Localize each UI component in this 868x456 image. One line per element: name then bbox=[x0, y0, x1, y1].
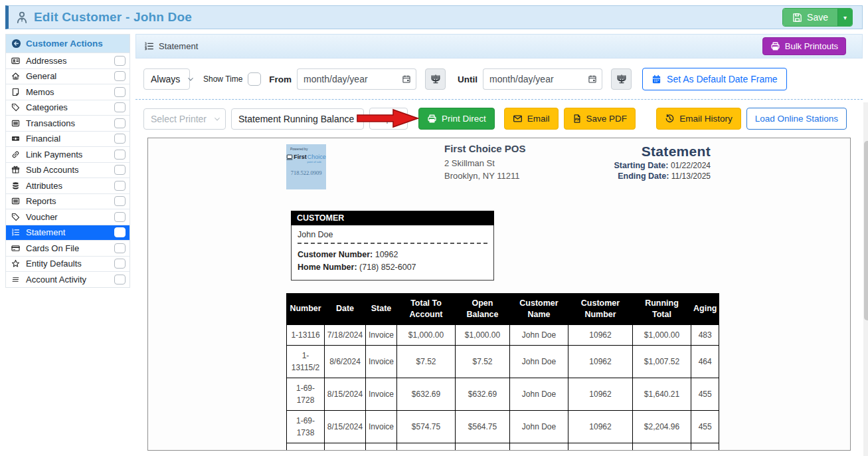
sidebar-item-checkbox[interactable] bbox=[114, 150, 126, 160]
sidebar-item-label: Attributes bbox=[26, 181, 110, 191]
sidebar-item-checkbox[interactable] bbox=[114, 56, 126, 66]
save-button-label: Save bbox=[807, 12, 828, 23]
table-cell: 8/15/2024 bbox=[325, 410, 366, 443]
table-cell: 455 bbox=[691, 443, 719, 451]
customer-actions-sidebar: Customer Actions AddressesGeneralMemosCa… bbox=[5, 34, 130, 288]
save-pdf-label: Save PDF bbox=[586, 114, 628, 124]
sidebar-item-checkbox[interactable] bbox=[114, 275, 126, 285]
sidebar-item-entity-defaults[interactable]: Entity Defaults bbox=[6, 256, 130, 272]
table-cell: $7.52 bbox=[456, 345, 510, 378]
tag-icon bbox=[11, 213, 21, 221]
sidebar-item-checkbox[interactable] bbox=[114, 181, 126, 191]
sidebar-item-account-activity[interactable]: Account Activity bbox=[6, 271, 130, 287]
show-time-checkbox[interactable] bbox=[248, 72, 261, 86]
sidebar-item-checkbox[interactable] bbox=[114, 227, 126, 237]
sidebar-item-checkbox[interactable] bbox=[114, 165, 126, 175]
table-cell: 1-69-1738 bbox=[287, 410, 325, 443]
print-direct-button[interactable]: Print Direct bbox=[418, 108, 495, 130]
table-cell: $1,007.52 bbox=[633, 345, 691, 378]
vertical-scrollbar[interactable] bbox=[863, 102, 868, 456]
brand-phone: 718.522.0909 bbox=[288, 170, 324, 176]
ordered-list-icon bbox=[11, 228, 21, 237]
list-box-icon bbox=[11, 197, 21, 205]
from-hebrew-calendar-button[interactable] bbox=[425, 68, 446, 90]
set-default-date-frame-button[interactable]: Set As Default Date Frame bbox=[642, 68, 787, 90]
sidebar-items: AddressesGeneralMemosCategoriesTransacti… bbox=[6, 53, 130, 287]
table-cell: 483 bbox=[691, 324, 719, 345]
save-dropdown-toggle[interactable]: ▾ bbox=[837, 9, 852, 26]
sidebar-item-general[interactable]: General bbox=[6, 68, 130, 84]
company-address-1: 2 Skillman St bbox=[444, 158, 526, 170]
sidebar-item-checkbox[interactable] bbox=[114, 102, 126, 112]
sidebar-header[interactable]: Customer Actions bbox=[6, 35, 130, 53]
sidebar-item-voucher[interactable]: Voucher bbox=[6, 209, 130, 225]
load-online-stations-label: Load Online Stations bbox=[755, 114, 838, 124]
sidebar-item-categories[interactable]: Categories bbox=[6, 100, 130, 116]
sidebar-item-checkbox[interactable] bbox=[114, 212, 126, 222]
starting-date-value: 01/22/2024 bbox=[671, 161, 711, 170]
sidebar-item-label: Cards On File bbox=[26, 243, 110, 253]
until-calendar-icon[interactable] bbox=[582, 68, 602, 90]
table-cell: 10962 bbox=[568, 378, 633, 410]
sidebar-item-label: Voucher bbox=[26, 212, 110, 222]
sidebar-item-sub-accounts[interactable]: Sub Accounts bbox=[6, 162, 130, 178]
statement-meta: Statement Starting Date: 01/22/2024 Endi… bbox=[614, 144, 711, 181]
statement-table-header-row: NumberDateStateTotal To AccountOpen Bala… bbox=[287, 294, 719, 325]
sidebar-item-cards-on-file[interactable]: Cards On File bbox=[6, 240, 130, 256]
sidebar-item-memos[interactable]: Memos bbox=[6, 84, 130, 100]
statement-layout-select[interactable]: Statement Running Balance bbox=[231, 108, 364, 130]
money-icon bbox=[11, 134, 21, 143]
bulk-printouts-button[interactable]: Bulk Printouts bbox=[762, 37, 846, 55]
sidebar-item-addresses[interactable]: Addresses bbox=[6, 53, 130, 68]
date-range-value: Always bbox=[151, 74, 180, 84]
date-range-select[interactable]: Always bbox=[143, 68, 190, 90]
sidebar-item-checkbox[interactable] bbox=[114, 196, 126, 206]
until-date-input[interactable] bbox=[483, 68, 582, 90]
starting-date-label: Starting Date: bbox=[614, 161, 669, 170]
sidebar-item-checkbox[interactable] bbox=[114, 243, 126, 253]
sidebar-item-checkbox[interactable] bbox=[114, 118, 126, 128]
sidebar-item-checkbox[interactable] bbox=[114, 71, 126, 81]
save-button[interactable]: Save bbox=[783, 9, 837, 26]
customer-person-icon bbox=[15, 10, 29, 25]
scrollbar-thumb[interactable] bbox=[864, 141, 868, 320]
app-window: Edit Customer - John Doe Save ▾ Customer… bbox=[0, 0, 868, 456]
email-history-button[interactable]: Email History bbox=[656, 108, 741, 130]
powered-by-text: Powered by bbox=[288, 147, 324, 151]
sidebar-item-label: Addresses bbox=[26, 56, 110, 66]
sidebar-item-label: Entity Defaults bbox=[26, 259, 110, 269]
table-cell: 8/6/2024 bbox=[325, 345, 366, 378]
firstchoice-logo: Powered by FirstChoice point of sale 718… bbox=[286, 144, 326, 189]
sidebar-item-checkbox[interactable] bbox=[114, 87, 126, 97]
select-printer-select[interactable]: Select Printer bbox=[143, 108, 226, 130]
email-label: Email bbox=[527, 114, 550, 124]
table-cell: $1,640.21 bbox=[633, 378, 691, 410]
sidebar-item-statement[interactable]: Statement bbox=[6, 225, 130, 241]
customer-number-label: Customer Number bbox=[298, 250, 370, 259]
column-header-customer-number: Customer Number bbox=[568, 294, 633, 325]
sidebar-item-reports[interactable]: Reports bbox=[6, 193, 130, 209]
customer-name: John Doe bbox=[298, 230, 487, 239]
home-number-value: (718) 852-6007 bbox=[359, 263, 416, 272]
table-cell: $1,000.00 bbox=[633, 324, 691, 345]
show-time-label: Show Time bbox=[203, 74, 242, 84]
sidebar-item-transactions[interactable]: Transactions bbox=[6, 115, 130, 131]
copies-input[interactable] bbox=[369, 108, 408, 130]
sidebar-item-link-payments[interactable]: Link Payments bbox=[6, 146, 130, 162]
memo-icon bbox=[11, 88, 21, 96]
sidebar-item-financial[interactable]: Financial bbox=[6, 131, 130, 147]
email-button[interactable]: Email bbox=[504, 108, 559, 130]
until-hebrew-calendar-button[interactable] bbox=[611, 68, 632, 90]
sidebar-item-checkbox[interactable] bbox=[114, 134, 126, 144]
sidebar-item-checkbox[interactable] bbox=[114, 259, 126, 269]
print-actions-row: Select Printer Statement Running Balance… bbox=[135, 100, 863, 138]
from-calendar-icon[interactable] bbox=[396, 68, 416, 90]
lines-icon bbox=[11, 275, 21, 284]
column-header-date: Date bbox=[325, 294, 366, 325]
load-online-stations-button[interactable]: Load Online Stations bbox=[746, 108, 847, 130]
sidebar-item-attributes[interactable]: Attributes bbox=[6, 177, 130, 193]
from-date-input[interactable] bbox=[297, 68, 396, 90]
save-pdf-button[interactable]: Save PDF bbox=[564, 108, 636, 130]
chevron-down-icon bbox=[187, 75, 195, 83]
column-header-aging: Aging bbox=[691, 294, 719, 325]
